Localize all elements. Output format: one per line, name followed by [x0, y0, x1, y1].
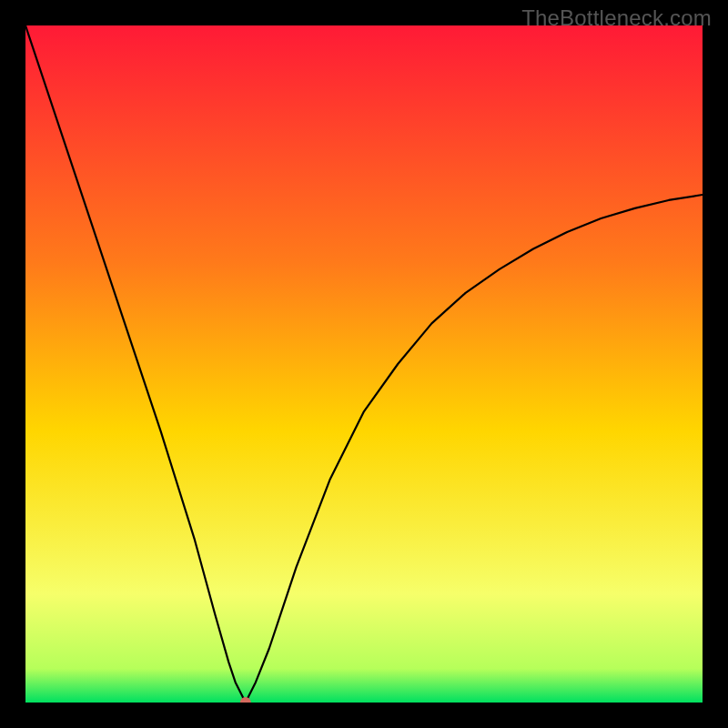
- chart-svg: [25, 25, 703, 703]
- chart-frame: TheBottleneck.com: [0, 0, 728, 728]
- gradient-background: [25, 25, 703, 703]
- plot-area: [25, 25, 703, 703]
